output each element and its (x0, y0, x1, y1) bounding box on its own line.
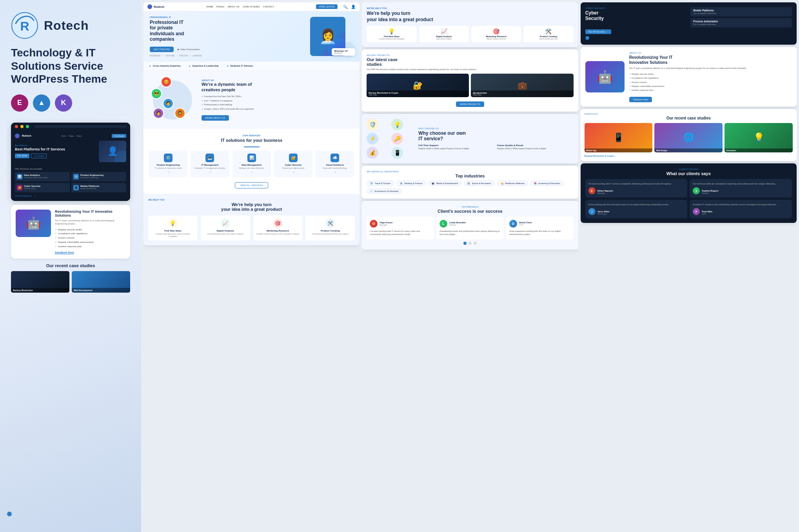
idea-eyebrow: WE HELP YOU (148, 199, 355, 201)
dot-yellow (20, 125, 24, 128)
col2-testimonials: TESTIMONIALS Client's success is our suc… (362, 201, 578, 250)
website-preview-1: Rotech HOME PAGES ABOUT US CASE STUDIES … (143, 2, 360, 245)
case-link[interactable]: View Case → (473, 94, 571, 96)
client-card: Excellent IT solutions and outstanding c… (690, 200, 792, 218)
nav-logo: Rotech (147, 4, 164, 9)
services-cta[interactable]: VIEW ALL SERVICES (235, 182, 268, 188)
dark-card-desc: Our on-deadline deliveries (693, 12, 789, 14)
idea-name: Marketing Research (256, 230, 300, 232)
client-card: Great working with this innovative team … (585, 200, 688, 218)
case-item: 📱 Mobile App (585, 123, 653, 152)
cases-cta[interactable]: MORE PROJECTS (456, 101, 484, 107)
innovative-title: Revolutionizing Your ITInnovative Soluti… (629, 55, 792, 65)
why-text: WHY CHOOSE US Why choose our ownIT servi… (418, 127, 573, 150)
innovative-eyebrow: ABOUT US (629, 52, 792, 54)
idea-icon: 🎯 (273, 219, 283, 228)
dark-card-desc: Our on-deadline deliveries (693, 23, 789, 25)
client-info: S Sophia Rogers Director (693, 187, 789, 194)
testi-cards: O Olga Kuzan Manager I've been working w… (367, 217, 573, 239)
elementor2-icon[interactable]: ▲ (33, 94, 50, 112)
col2-cases: RECENT PROJECTS Our latest casestudies O… (362, 49, 578, 112)
idea-card-sm: 📈 Digital Analysis Data driven insights (419, 26, 469, 42)
industry-chip: 💊 Healthcare Wellness (497, 181, 528, 186)
why-title: Why choose our ownIT service? (418, 130, 573, 141)
why-icon: 🛡️ (367, 119, 378, 130)
thumb-header (11, 123, 130, 130)
nav-cta[interactable]: FREE QUOTE (316, 4, 338, 9)
why-icon: 💰 (367, 147, 378, 159)
why-icon: 🔑 (391, 133, 403, 145)
col3-dark-hero: CYBER SECURITY CyberSecurity Mobile Plat… (581, 2, 797, 45)
service-item: 💻 IT Management Complete IT management s… (191, 150, 229, 177)
about-cta[interactable]: Solutions Now (55, 251, 125, 254)
dot-decoration (585, 36, 589, 40)
client-info: E Ethan Nguyen Manager (588, 187, 685, 194)
case-link[interactable]: View Case → (369, 94, 467, 96)
idea-title: We're help you turnyour idea into a grea… (148, 202, 355, 212)
case-card: 💼 Деларектива View Case → (471, 74, 573, 97)
about-desc: Our IT team consistently delivers on a s… (55, 219, 125, 226)
col-3: CYBER SECURITY CyberSecurity Mobile Plat… (581, 2, 797, 530)
client-name: Sophia Rogers (702, 190, 718, 192)
testi-avatar: D David Chen CTO (509, 220, 570, 228)
preview-hero: PROFESSIONAL IT Professional ITfor priva… (143, 11, 360, 62)
service-name: Cloud Solutions (318, 164, 352, 166)
industry-chip: ⚽ Sports & Recreation (464, 181, 494, 186)
service-name: Data Management (234, 164, 269, 166)
client-text: I've been working with IT service consis… (588, 182, 685, 185)
cases-eyebrow: RECENT PROJECTS (367, 54, 573, 56)
why-eyebrow: WHY CHOOSE US (418, 127, 573, 130)
team-features: ✓ Founded from the New York 5th, 5000+ ✓… (202, 94, 354, 111)
case-card: 🔐 Backup Blockchain & Crypto View Case → (367, 74, 469, 97)
preview-team: 😊 😎 🧑 👩 🧔 ABOUT US We're a dynamic team … (143, 71, 360, 129)
idea-icon: 🛠️ (325, 219, 335, 228)
col-2: WE'RE HELP YOU We're help you turnyour i… (362, 2, 578, 530)
col2-hero: WE'RE HELP YOU We're help you turnyour i… (362, 2, 578, 47)
idea-card-sm: 🎯 Marketing Research Market analysis ser… (471, 26, 521, 42)
idea-name: Product Creating (309, 230, 352, 232)
hero-secondary[interactable]: ▶ Video Presentation (178, 48, 200, 51)
brand-name: Rotech (44, 18, 89, 33)
case-item: 🌐 Web Design (654, 123, 723, 152)
service-desc: Protect your digital assets (276, 167, 311, 170)
client-text: Excellent IT solutions and outstanding c… (693, 203, 789, 206)
testi-card: L Linda Brandon Director Outstanding res… (436, 217, 504, 239)
dark-hero-eyebrow: CYBER SECURITY (585, 7, 687, 9)
about-title: Revolutionizing Your IT Innovative Solut… (55, 210, 125, 217)
why-icon: 📱 (391, 147, 403, 159)
col2-hero-title: We're help you turnyour idea into a grea… (367, 11, 573, 23)
dark-hero-cta1[interactable]: Our All Services → (585, 29, 611, 34)
left-hero-title: Best Platforms for IT Services (15, 147, 96, 152)
industry-chip: 📚 eLearning & Education (530, 181, 564, 186)
about-content: Revolutionizing Your IT Innovative Solut… (55, 210, 125, 254)
testi-text: Great experience working with this team … (509, 230, 570, 236)
elementor-icon[interactable]: E (11, 94, 28, 112)
kirki-icon[interactable]: K (55, 94, 72, 112)
cases-desc: Our ERP has become a widely positive and… (367, 68, 573, 71)
idea-card: 💡 Find New Ideas Creative idea generatio… (148, 215, 198, 241)
builder-icons: E ▲ K (11, 94, 130, 112)
testi-text: Outstanding results and professional tea… (439, 230, 501, 236)
hero-image: 👩‍💼 WhatsApp +24 Messages (310, 17, 353, 56)
client-role: Tech Lead (597, 213, 610, 215)
col-1: Rotech HOME PAGES ABOUT US CASE STUDIES … (143, 2, 360, 530)
why-feature: Future Quality & Result Regular onsite o… (497, 144, 574, 150)
dark-card-title: Mobile Platforms (693, 9, 789, 12)
hero-cta[interactable]: GET STARTED (150, 47, 174, 52)
col3-cases-title: Our recent case studies (585, 116, 793, 120)
cases-grid: 🔐 Backup Blockchain & Crypto View Case →… (367, 74, 573, 97)
preview-nav: Rotech HOME PAGES ABOUT US CASE STUDIES … (143, 2, 360, 11)
client-info: J Jerry Allen Tech Lead (588, 208, 685, 215)
client-name: Jerry Allen (597, 210, 610, 213)
team-cta[interactable]: MORE ABOUT US (202, 113, 354, 120)
service-icon: ☁️ (330, 154, 339, 162)
service-icon: ⚙️ (164, 154, 173, 162)
innovative-text: ABOUT US Revolutionizing Your ITInnovati… (629, 52, 792, 102)
dot-green (26, 125, 29, 128)
idea-name: Find New Ideas (151, 230, 194, 232)
innovative-cta[interactable]: Solutions Now (629, 95, 792, 102)
service-icon: 📊 (247, 154, 256, 162)
testi-card: O Olga Kuzan Manager I've been working w… (367, 217, 434, 239)
dot-red (15, 125, 18, 128)
client-name: Ethan Nguyen (597, 190, 613, 192)
